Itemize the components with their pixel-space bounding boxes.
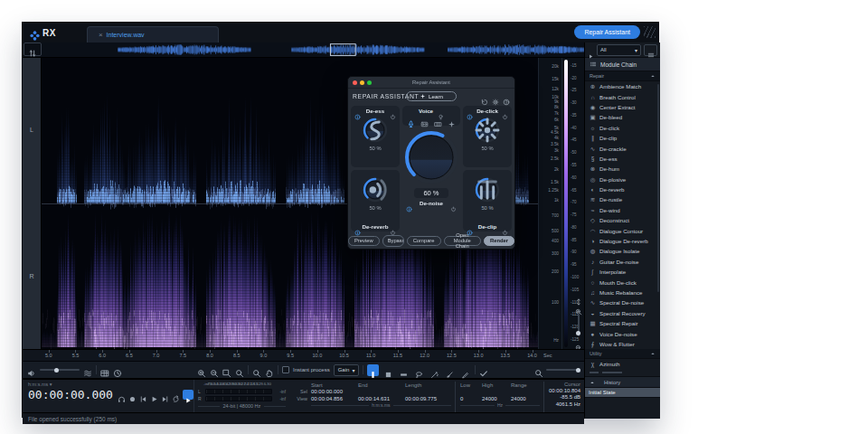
zoom-out-vertical-icon[interactable]: [575, 339, 582, 346]
info-icon[interactable]: [406, 200, 412, 206]
module-item[interactable]: ♪Guitar De-noise: [585, 257, 660, 267]
bypass-button[interactable]: Bypass: [383, 236, 404, 246]
compare-button[interactable]: Compare: [407, 236, 441, 246]
render-button[interactable]: Render: [484, 236, 514, 246]
dialog-title-bar[interactable]: Repair Assistant: [348, 77, 514, 89]
music-keys-icon[interactable]: [434, 116, 442, 124]
time-selection-tool[interactable]: [367, 364, 379, 376]
module-chain-item[interactable]: Module Chain: [585, 58, 660, 71]
learn-button[interactable]: Learn: [406, 91, 457, 101]
module-list-menu-button[interactable]: [644, 44, 657, 56]
time-frequency-selection-tool[interactable]: [382, 364, 394, 376]
help-icon[interactable]: [503, 93, 510, 100]
module-item[interactable]: ◉Center Extract: [585, 102, 660, 112]
open-module-chain-button[interactable]: Open Module Chain: [444, 236, 481, 246]
module-item[interactable]: ◐De-reverb: [585, 184, 660, 194]
module-item[interactable]: ∿De-crackle: [585, 143, 660, 153]
loop-button[interactable]: [172, 391, 180, 399]
module-item[interactable]: ♫Music Rebalance: [585, 288, 660, 297]
de-reverb-knob[interactable]: [361, 175, 390, 204]
clock-icon[interactable]: [113, 365, 122, 374]
info-icon[interactable]: [467, 108, 473, 114]
bulb-icon[interactable]: [438, 108, 444, 114]
record-button[interactable]: [128, 391, 137, 399]
horizontal-zoom-slider[interactable]: [546, 369, 580, 371]
brush-tool[interactable]: [444, 364, 456, 376]
module-item[interactable]: ∫Interpolate: [585, 267, 660, 277]
info-icon[interactable]: [354, 223, 361, 230]
module-item[interactable]: ∥De-clip: [585, 133, 660, 143]
history-header[interactable]: History: [585, 377, 660, 388]
play-button[interactable]: [150, 391, 158, 399]
monitor-headphones-icon[interactable]: [118, 391, 126, 399]
de-clip-knob[interactable]: [473, 175, 502, 204]
module-item[interactable]: ◍Dialogue Isolate: [585, 246, 660, 256]
channel-label-right[interactable]: R: [23, 273, 41, 279]
module-item[interactable]: ≈De-wind: [585, 205, 660, 215]
module-item[interactable]: ●Voice De-noise: [585, 328, 660, 338]
module-item[interactable]: ◎De-plosive: [585, 175, 660, 184]
module-item[interactable]: ▣De-bleed: [585, 112, 660, 122]
de-noise-knob[interactable]: [402, 128, 460, 186]
de-ess-knob[interactable]: [361, 116, 390, 145]
play-selection-button[interactable]: [183, 390, 193, 400]
apply-check-icon[interactable]: [479, 365, 488, 374]
module-filter-select[interactable]: All▾: [597, 44, 641, 56]
skip-to-end-button[interactable]: [161, 391, 169, 399]
time-format-label[interactable]: h:m:s.ms ▾: [28, 382, 193, 387]
grid-view-icon[interactable]: [100, 365, 109, 374]
power-icon[interactable]: [390, 108, 396, 114]
zoom-in-icon[interactable]: [197, 365, 206, 374]
tab-close-icon[interactable]: ×: [99, 32, 103, 39]
module-item[interactable]: §De-ess: [585, 154, 660, 164]
process-mode-select[interactable]: Gain▾: [334, 364, 360, 376]
power-icon[interactable]: [450, 200, 457, 206]
frequency-ruler[interactable]: 20k15k12k10k9k8k7k6k5k4.5k4k3.5k3k2.5k2k…: [538, 58, 561, 349]
vertical-zoom-knob[interactable]: [576, 331, 580, 335]
vertical-zoom-slider[interactable]: [578, 313, 580, 336]
other-content-icon[interactable]: [448, 116, 456, 124]
instant-process-checkbox[interactable]: [282, 366, 289, 373]
zoom-fit-vertical-icon[interactable]: [575, 293, 582, 300]
magnifier-icon[interactable]: [252, 365, 261, 374]
power-icon[interactable]: [502, 223, 508, 230]
sel-start-value[interactable]: 00:00:00.000: [311, 389, 357, 394]
horizontal-zoom-icon[interactable]: [534, 365, 543, 374]
freq-high-value[interactable]: 24000: [482, 396, 511, 401]
module-item[interactable]: ○Mouth De-click: [585, 277, 660, 287]
lasso-tool[interactable]: [413, 364, 425, 376]
spectrogram-settings-icon[interactable]: [83, 365, 92, 374]
channel-strip[interactable]: L R: [23, 58, 42, 349]
module-item[interactable]: ⊕Ambience Match: [585, 81, 660, 91]
section-header[interactable]: Repair: [585, 71, 660, 81]
pencil-tool[interactable]: [459, 364, 471, 376]
module-item[interactable]: ⊗De-hum: [585, 164, 660, 174]
speaker-icon[interactable]: [27, 365, 36, 374]
module-item-clipped[interactable]: [585, 370, 660, 375]
info-icon[interactable]: [354, 108, 361, 114]
skip-to-start-button[interactable]: [139, 391, 147, 399]
module-item[interactable]: ∿Spectral De-noise: [585, 297, 660, 307]
time-ruler[interactable]: 5.05.56.06.57.07.58.08.59.09.510.010.511…: [23, 349, 584, 361]
zoom-in-vertical-icon[interactable]: [575, 303, 582, 310]
zoom-reset-icon[interactable]: [235, 365, 244, 374]
module-item[interactable]: χAzimuth: [585, 359, 660, 369]
power-icon[interactable]: [502, 108, 508, 114]
zoom-out-icon[interactable]: [210, 365, 219, 374]
info-icon[interactable]: [467, 223, 473, 230]
preset-play-icon[interactable]: [588, 47, 594, 53]
module-item[interactable]: ∩Breath Control: [585, 91, 660, 101]
module-item[interactable]: ◇Deconstruct: [585, 215, 660, 225]
de-click-knob[interactable]: [473, 116, 502, 145]
freq-low-value[interactable]: 0: [460, 396, 482, 401]
module-item[interactable]: ☼De-click: [585, 123, 660, 133]
channel-label-left[interactable]: L: [23, 127, 41, 133]
module-item[interactable]: ∮Wow & Flutter: [585, 339, 660, 349]
hand-tool-icon[interactable]: [265, 365, 274, 374]
waveform-spectrogram-balance-icon[interactable]: [24, 42, 42, 56]
volume-knob[interactable]: [54, 368, 59, 373]
module-item[interactable]: ▦Spectral Repair: [585, 318, 660, 328]
module-item[interactable]: ◑Dialogue De-reverb: [585, 236, 660, 246]
repair-assistant-button[interactable]: Repair Assistant: [574, 25, 640, 39]
preview-button[interactable]: Preview: [348, 236, 380, 246]
